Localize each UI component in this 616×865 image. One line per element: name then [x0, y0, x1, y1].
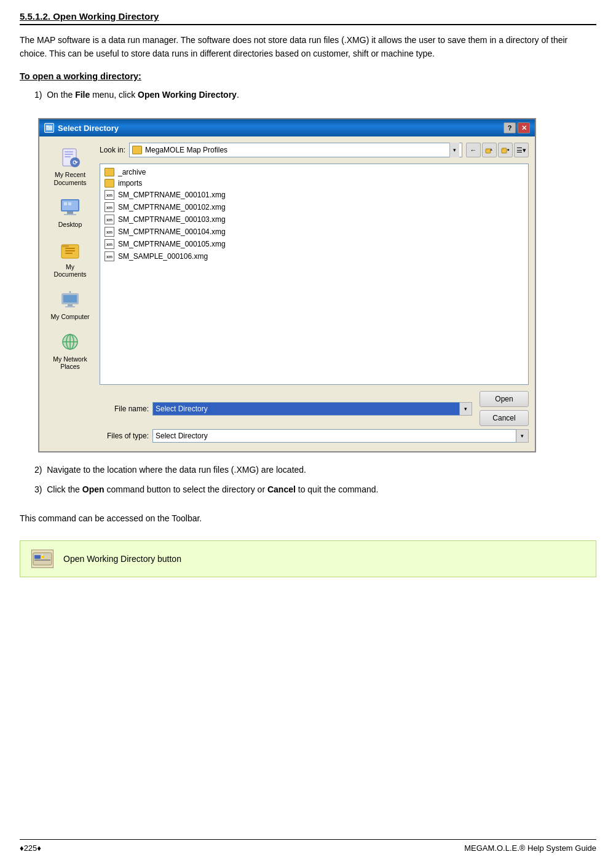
filetype-input[interactable]: Select Directory	[152, 429, 516, 443]
step-1: 1) On the File menu, click Open Working …	[34, 89, 596, 102]
step1-file-bold: File	[75, 90, 90, 100]
svg-rect-13	[68, 202, 71, 205]
file-name: SM_CMPTRNAME_000101.xmg	[118, 191, 226, 199]
svg-rect-39	[42, 556, 44, 558]
lookin-dropdown-arrow[interactable]: ▾	[449, 143, 459, 157]
step-2: 2) Navigate to the location where the da…	[34, 464, 596, 477]
dialog-title-text: Select Directory	[58, 124, 119, 133]
footer-right: MEGAM.O.L.E.® Help System Guide	[464, 843, 596, 853]
list-item[interactable]: xm SM_CMPTRNAME_000103.xmg	[103, 213, 526, 226]
dialog-screenshot: Select Directory ? ✕	[38, 118, 536, 452]
list-item[interactable]: xm SM_CMPTRNAME_000101.xmg	[103, 189, 526, 201]
file-name: SM_CMPTRNAME_000102.xmg	[118, 203, 226, 211]
svg-text:⟳: ⟳	[73, 159, 78, 166]
svg-rect-16	[65, 248, 75, 249]
xmg-icon: xm	[105, 202, 114, 212]
svg-rect-5	[65, 156, 71, 157]
file-name: SM_CMPTRNAME_000104.xmg	[118, 227, 226, 236]
filetype-dropdown-arrow[interactable]: ▾	[516, 429, 529, 443]
list-item[interactable]: xm SM_CMPTRNAME_000102.xmg	[103, 201, 526, 213]
dialog-body: ⟳ My Recent Documents	[39, 136, 535, 451]
sidebar-item-desktop[interactable]: Desktop	[48, 192, 92, 232]
up-folder-button[interactable]	[482, 143, 497, 157]
sidebar-item-network-places[interactable]: My Network Places	[48, 327, 92, 374]
sidebar-item-my-computer[interactable]: My Computer	[48, 285, 92, 325]
folder-icon	[105, 179, 114, 188]
lookin-dropdown[interactable]: MegaMOLE Map Profiles ▾	[129, 143, 462, 157]
svg-rect-12	[64, 202, 67, 205]
toolbar-info-box: Open Working Directory button	[20, 540, 596, 577]
lookin-value: MegaMOLE Map Profiles	[145, 146, 446, 154]
xmg-icon: xm	[105, 215, 114, 224]
svg-rect-22	[65, 306, 75, 307]
svg-rect-4	[65, 154, 73, 155]
sidebar-item-network-label: My Network Places	[50, 355, 90, 371]
svg-rect-32	[502, 148, 504, 149]
filetype-label: Files of type:	[100, 432, 149, 440]
dialog-close-button[interactable]: ✕	[518, 122, 530, 133]
xmg-icon: xm	[105, 239, 114, 249]
step-3: 3) Click the Open command button to sele…	[34, 483, 596, 497]
svg-rect-17	[65, 250, 75, 251]
toolbar-info-icon	[31, 550, 53, 568]
lookin-bar: Look in: MegaMOLE Map Profiles ▾ ← *	[100, 143, 529, 157]
titlebar-buttons: ? ✕	[503, 122, 530, 133]
my-computer-icon	[59, 288, 81, 310]
svg-rect-36	[34, 559, 50, 561]
step1-owdir-bold: Open Working Directory	[138, 90, 237, 100]
svg-rect-30	[486, 149, 488, 150]
step2-text: Navigate to the location where the data …	[47, 465, 306, 475]
sidebar-item-recent-label: My Recent Documents	[50, 171, 90, 186]
dialog-help-button[interactable]: ?	[503, 122, 516, 133]
footer-left: ♦225♦	[20, 843, 41, 853]
file-name: imports	[118, 179, 142, 188]
svg-text:*: *	[507, 148, 510, 154]
list-item[interactable]: _archive	[103, 167, 526, 178]
list-item[interactable]: imports	[103, 178, 526, 189]
filename-dropdown-arrow[interactable]: ▾	[460, 402, 472, 416]
cancel-button[interactable]: Cancel	[480, 410, 529, 426]
titlebar-left: Select Directory	[44, 123, 119, 133]
section-title: 5.5.1.2. Open Working Directory	[20, 11, 596, 25]
sidebar-item-desktop-label: Desktop	[58, 221, 82, 229]
list-item[interactable]: xm SM_SAMPLE_000106.xmg	[103, 250, 526, 263]
dialog-titlebar: Select Directory ? ✕	[39, 119, 535, 136]
action-buttons: Open Cancel	[480, 391, 529, 426]
xmg-icon: xm	[105, 190, 114, 200]
xmg-icon: xm	[105, 251, 114, 261]
file-name: _archive	[118, 168, 146, 176]
desktop-icon	[59, 196, 81, 218]
open-button[interactable]: Open	[480, 391, 529, 407]
sidebar-item-recent-documents[interactable]: ⟳ My Recent Documents	[48, 143, 92, 190]
sidebar-item-docs-label: My Documents	[50, 263, 90, 278]
plain-text: This command can be accessed on the Tool…	[20, 512, 596, 526]
toolbar-buttons: ← * ☰▾	[466, 143, 529, 157]
sidebar-item-my-documents[interactable]: My Documents	[48, 235, 92, 282]
sidebar-item-computer-label: My Computer	[50, 313, 89, 321]
svg-point-23	[69, 291, 71, 293]
my-documents-icon	[59, 239, 81, 261]
view-menu-button[interactable]: ☰▾	[514, 143, 529, 157]
file-name: SM_CMPTRNAME_000105.xmg	[118, 240, 226, 248]
filename-label: File name:	[100, 405, 149, 413]
svg-rect-15	[61, 245, 69, 247]
svg-rect-3	[65, 151, 73, 152]
list-item[interactable]: xm SM_CMPTRNAME_000104.xmg	[103, 226, 526, 238]
filetype-row: Files of type: Select Directory ▾	[100, 429, 529, 443]
svg-rect-1	[46, 125, 49, 127]
toolbar-info-text: Open Working Directory button	[63, 554, 181, 564]
file-list[interactable]: _archive imports xm SM_CMPTRNAME_000101.…	[100, 164, 529, 385]
filename-row: File name: Select Directory ▾ Open Cance…	[100, 391, 529, 426]
file-name: SM_CMPTRNAME_000103.xmg	[118, 215, 226, 224]
xmg-icon: xm	[105, 227, 114, 237]
filetype-input-wrapper: Select Directory ▾	[152, 429, 529, 443]
filename-input[interactable]: Select Directory	[152, 402, 460, 416]
back-button[interactable]: ←	[466, 143, 481, 157]
lookin-folder-icon	[132, 146, 142, 154]
network-places-icon	[59, 331, 81, 353]
recent-documents-icon: ⟳	[59, 146, 81, 168]
intro-text: The MAP software is a data run manager. …	[20, 34, 596, 60]
dialog-bottom: File name: Select Directory ▾ Open Cance…	[100, 389, 529, 445]
create-folder-button[interactable]: *	[498, 143, 513, 157]
list-item[interactable]: xm SM_CMPTRNAME_000105.xmg	[103, 238, 526, 250]
